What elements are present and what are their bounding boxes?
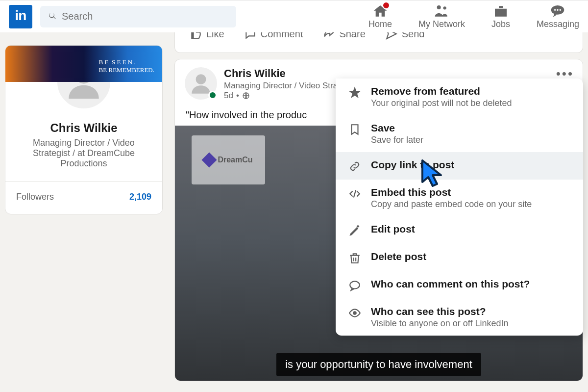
linkedin-logo[interactable]: in [9,5,32,28]
nav-label: Messaging [537,19,579,29]
profile-name[interactable]: Chris Wilkie [5,121,162,135]
top-nav: Home My Network Jobs Messaging [368,3,579,29]
notification-dot-icon [382,1,390,9]
nav-label: Home [368,19,392,29]
followers-row[interactable]: Followers 2,109 [5,182,162,214]
cursor-arrow-annotation [419,159,447,189]
presence-indicator-icon [208,91,217,100]
menu-remove-featured[interactable]: Remove from featuredYour original post w… [336,78,583,115]
search-bar[interactable] [40,6,236,27]
like-button[interactable]: Like [190,32,224,40]
menu-who-see[interactable]: Who can see this post?Visible to anyone … [336,299,583,336]
cover-tagline: B E S E E N . BE REMEMBERED. [99,58,154,74]
profile-headline: Managing Director / Video Strategist / a… [5,135,162,182]
send-button[interactable]: Send [385,32,425,40]
link-icon [347,159,362,173]
cover-image: B E S E E N . BE REMEMBERED. [5,46,162,82]
nav-home[interactable]: Home [368,3,392,29]
svg-point-5 [560,9,561,11]
video-background-sign: DreamCu [192,135,265,184]
svg-point-7 [196,74,206,84]
search-input[interactable] [62,11,228,22]
nav-network[interactable]: My Network [418,3,465,29]
followers-count: 2,109 [129,192,151,202]
search-icon [48,11,57,22]
globe-icon [242,92,250,100]
svg-point-1 [443,6,446,9]
nav-jobs[interactable]: Jobs [491,3,510,29]
menu-delete[interactable]: Delete post [336,244,583,271]
eye-icon [347,306,362,319]
menu-save[interactable]: SaveSave for later [336,115,583,152]
svg-point-4 [557,9,559,11]
svg-point-9 [350,281,360,288]
network-icon [434,3,449,19]
speech-icon [347,278,362,292]
send-icon [385,32,398,40]
menu-copy-link[interactable]: Copy link to post [336,152,583,180]
comment-icon [244,32,257,40]
feed-column: Like Comment Share Send [174,45,583,381]
post-context-menu: Remove from featuredYour original post w… [336,78,583,336]
messaging-icon [550,3,565,19]
profile-card: B E S E E N . BE REMEMBERED. Chris Wilki… [5,45,163,214]
previous-post-actions: Like Comment Share Send [174,32,583,53]
followers-label: Followers [16,192,54,202]
svg-point-0 [437,5,441,9]
menu-edit[interactable]: Edit post [336,216,583,244]
share-icon [322,32,335,40]
comment-button[interactable]: Comment [244,32,303,40]
nav-label: My Network [418,19,465,29]
pencil-icon [347,223,362,237]
nav-messaging[interactable]: Messaging [537,3,579,29]
code-icon [347,186,362,200]
bookmark-icon [347,122,362,136]
post-author-avatar[interactable] [185,67,217,100]
svg-point-10 [353,312,357,315]
menu-who-comment[interactable]: Who can comment on this post? [336,271,583,299]
video-caption: is your opportunity to have involvement [276,353,481,376]
trash-icon [347,251,362,264]
svg-point-3 [554,9,556,11]
share-button[interactable]: Share [322,32,365,40]
briefcase-icon [493,3,509,19]
like-icon [190,32,202,40]
menu-embed[interactable]: Embed this postCopy and paste embed code… [336,180,583,216]
global-header: in Home My Network Jobs Messaging [0,0,588,32]
nav-label: Jobs [491,19,510,29]
star-icon [347,85,362,99]
